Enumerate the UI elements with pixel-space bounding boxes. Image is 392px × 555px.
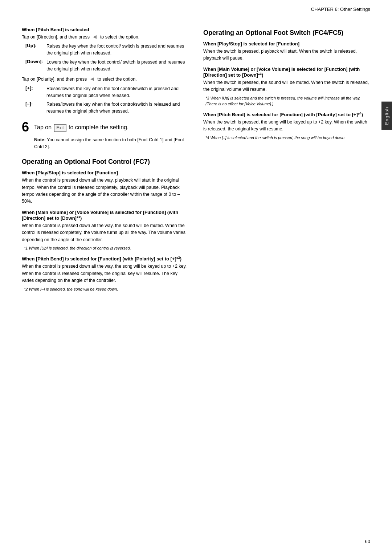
language-tab: English [381,102,392,130]
fc4fc5-pitch-bend-heading: When [Pitch Bend] is selected for [Funct… [203,112,370,117]
svg-marker-1 [90,77,94,81]
plus-item: [+]: Raises/lowers the key when the foot… [25,85,189,99]
fc7-title: Operating an Optional Foot Control (FC7) [22,158,189,166]
fc7-main-volume-heading-text: When [Main Volume] or [Voice Volume] is … [22,210,178,221]
main-content: When [Pitch Bend] is selected Tap on [Di… [0,15,392,307]
up-desc: Raises the key when the foot control/ sw… [46,43,189,57]
pitch-bend-heading: When [Pitch Bend] is selected [22,27,189,32]
fc7-pitch-bend-heading: When [Pitch Bend] is selected for [Funct… [22,256,189,262]
polarity-intro: Tap on [Polarity], and then press to sel… [22,76,189,83]
arrow-icon [91,34,98,40]
fc4fc5-main-volume-text1: When the switch is pressed, the sound wi… [203,79,370,93]
up-label: [Up]: [25,43,46,48]
page: CHAPTER 6: Other Settings English When [… [0,0,392,555]
fc7-play-stop-heading: When [Play/Stop] is selected for [Functi… [22,170,189,175]
fc4fc5-footnote4: *4 When [–] is selected and the switch i… [205,135,370,141]
step-number: 6 [22,121,31,134]
fc7-footnote1: *1 When [Up] is selected, the direction … [24,246,189,251]
down-desc: Lowers the key when the foot control/ sw… [46,59,189,73]
down-item: [Down]: Lowers the key when the foot con… [25,59,189,73]
fc4fc5-play-stop-text: When the switch is pressed, playback wil… [203,48,370,62]
note-label: Note: [34,137,46,142]
exit-button-label[interactable]: Exit [54,124,66,132]
left-column: When [Pitch Bend] is selected Tap on [Di… [22,23,189,292]
svg-marker-0 [93,35,97,39]
minus-item: [–]: Raises/lowers the key when the foot… [25,101,189,115]
fc7-section: Operating an Optional Foot Control (FC7)… [22,158,189,292]
right-column: Operating an Optional Foot Switch (FC4/F… [203,23,370,292]
fc7-main-volume-heading: When [Main Volume] or [Voice Volume] is … [22,210,189,221]
fc4fc5-footnote3: *3 When [Up] is selected and the switch … [205,96,370,107]
fc4fc5-play-stop-heading: When [Play/Stop] is selected for [Functi… [203,41,370,46]
fc7-main-volume-text: When the control is pressed down all the… [22,222,189,243]
step-text: Tap on Exit to complete the setting. [34,121,128,132]
up-item: [Up]: Raises the key when the foot contr… [25,43,189,57]
fc7-footnote2: *2 When [–] is selected, the song will b… [24,287,189,292]
fc7-pitch-bend-text: When the control is pressed down all the… [22,263,189,284]
down-label: [Down]: [25,59,46,64]
fc4fc5-title: Operating an Optional Foot Switch (FC4/F… [203,29,370,37]
arrow-icon-2 [89,76,95,82]
fc7-play-stop-text: When the control is pressed down all the… [22,177,189,205]
note-block: Note: You cannot assign the same functio… [34,137,189,150]
note-content: You cannot assign the same function to b… [34,137,184,149]
step-6-block: 6 Tap on Exit to complete the setting. [22,121,189,134]
fc4fc5-main-volume-heading: When [Main Volume] or [Voice Volume] is … [203,66,370,78]
fc4fc5-pitch-bend-text: When the switch is pressed, the song wil… [203,119,370,133]
page-number: 60 [365,539,370,544]
pitch-bend-intro: Tap on [Direction], and then press to se… [22,34,189,41]
minus-label: [–]: [25,101,46,106]
chapter-title: CHAPTER 6: Other Settings [311,7,370,12]
minus-desc: Raises/lowers the key when the foot cont… [46,101,189,115]
page-header: CHAPTER 6: Other Settings [0,0,392,15]
plus-desc: Raises/lowers the key when the foot cont… [46,85,189,99]
plus-label: [+]: [25,85,46,91]
